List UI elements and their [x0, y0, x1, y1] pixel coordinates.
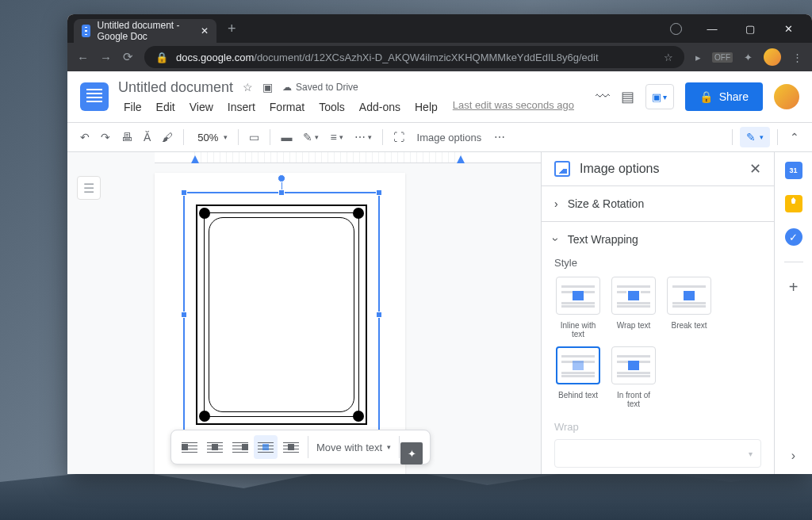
move-icon[interactable]: ▣: [262, 81, 273, 94]
frame-corner-dot: [353, 411, 364, 422]
outline-toggle-button[interactable]: ☰: [77, 176, 101, 200]
image-options-panel: Image options ✕ › Size & Rotation › Text…: [541, 152, 774, 474]
browser-menu-icon[interactable]: ⋮: [792, 52, 802, 63]
floating-wrap-toolbar: Move with text ▾ ⋮: [170, 430, 431, 465]
docs-app: Untitled document ☆ ▣ ☁ Saved to Drive F…: [67, 71, 812, 474]
address-bar-row: ← → ⟳ 🔒 docs.google.com/document/d/12XCs…: [67, 43, 812, 71]
style-inline-with-text[interactable]: [556, 277, 600, 315]
wrap-option-front[interactable]: [279, 435, 303, 459]
keep-icon[interactable]: [785, 195, 802, 212]
menu-tools[interactable]: Tools: [313, 99, 350, 115]
fill-color-button[interactable]: ▬: [276, 126, 297, 148]
frame-corner-dot: [199, 411, 210, 422]
star-bookmark-icon[interactable]: ☆: [664, 52, 673, 63]
menu-edit[interactable]: Edit: [151, 99, 181, 115]
docs-logo-icon[interactable]: [80, 82, 109, 111]
comments-icon[interactable]: ▤: [621, 88, 634, 105]
wrap-option-inline[interactable]: [178, 435, 201, 459]
crop-button[interactable]: ⛶: [389, 126, 409, 148]
browser-profile-avatar[interactable]: [764, 48, 781, 66]
extension-off-icon[interactable]: OFF: [712, 52, 733, 63]
frame-corner-dot: [353, 208, 364, 219]
calendar-icon[interactable]: [785, 162, 802, 179]
horizontal-ruler[interactable]: [155, 152, 541, 163]
resize-handle-ml[interactable]: [181, 312, 187, 318]
star-icon[interactable]: ☆: [243, 81, 253, 94]
print-button[interactable]: 🖶: [117, 126, 137, 148]
rotate-handle[interactable]: [278, 174, 285, 182]
minimize-button[interactable]: —: [695, 17, 730, 40]
close-tab-icon[interactable]: ✕: [201, 25, 209, 36]
reload-button[interactable]: ⟳: [123, 50, 133, 64]
image-options-toolbar-button[interactable]: Image options: [411, 132, 488, 143]
forward-button[interactable]: →: [100, 51, 112, 64]
chevron-right-icon: ›: [554, 197, 558, 210]
collapse-toolbar-button[interactable]: ⌃: [785, 126, 804, 148]
section-text-wrapping[interactable]: › Text Wrapping: [542, 222, 774, 257]
line-color-button[interactable]: ✎ ▾: [298, 126, 324, 148]
resize-handle-tl[interactable]: [181, 189, 187, 196]
address-bar[interactable]: 🔒 docs.google.com/document/d/12XCsAzhXi-…: [144, 46, 684, 68]
last-edit-link[interactable]: Last edit was seconds ago: [453, 99, 574, 115]
menu-help[interactable]: Help: [409, 99, 443, 115]
back-button[interactable]: ←: [77, 51, 89, 64]
redo-button[interactable]: ↷: [96, 126, 115, 148]
resize-handle-tm[interactable]: [278, 189, 285, 196]
browser-tab[interactable]: Untitled document - Google Doc ✕: [74, 19, 216, 43]
wrap-option-break[interactable]: [228, 435, 252, 459]
account-switcher-icon[interactable]: [670, 23, 682, 35]
chevron-down-icon: ›: [550, 238, 562, 242]
side-rail: + ›: [774, 152, 812, 474]
close-window-button[interactable]: ✕: [771, 17, 806, 40]
pencil-icon: ✎: [746, 131, 756, 143]
zoom-dropdown[interactable]: 50% ▾: [190, 127, 232, 148]
menu-format[interactable]: Format: [264, 99, 310, 115]
tab-strip: Untitled document - Google Doc ✕ + — ▢ ✕: [67, 14, 812, 43]
hide-side-panel-button[interactable]: ›: [791, 449, 795, 463]
spellcheck-button[interactable]: Ă: [139, 126, 155, 148]
selected-image[interactable]: [183, 192, 380, 438]
menu-view[interactable]: View: [184, 99, 219, 115]
extensions-row: ▸ OFF ✦ ⋮: [695, 48, 802, 66]
share-button[interactable]: 🔒 Share: [685, 82, 763, 111]
user-avatar[interactable]: [774, 84, 799, 109]
extensions-menu-icon[interactable]: ✦: [744, 52, 753, 63]
panel-title: Image options: [580, 162, 660, 176]
save-status[interactable]: ☁ Saved to Drive: [282, 82, 358, 93]
menu-insert[interactable]: Insert: [222, 99, 261, 115]
editing-mode-button[interactable]: ✎▾: [740, 127, 770, 147]
explore-button[interactable]: ✦: [400, 442, 423, 465]
section-size-rotation[interactable]: › Size & Rotation: [542, 186, 774, 221]
move-with-text-dropdown[interactable]: Move with text ▾: [308, 436, 400, 458]
close-panel-button[interactable]: ✕: [749, 160, 761, 178]
undo-button[interactable]: ↶: [75, 126, 94, 148]
style-break-text[interactable]: [667, 277, 711, 315]
add-app-button[interactable]: +: [789, 278, 799, 296]
resize-handle-tr[interactable]: [376, 189, 382, 196]
menu-file[interactable]: File: [118, 99, 147, 115]
style-in-front-of-text[interactable]: [611, 346, 656, 384]
new-tab-button[interactable]: +: [216, 21, 247, 37]
line-weight-button[interactable]: ≡ ▾: [325, 126, 347, 148]
line-dash-button[interactable]: ⋯ ▾: [350, 126, 377, 148]
style-wrap-text[interactable]: [611, 277, 656, 315]
more-options-button[interactable]: ⋯: [489, 126, 510, 148]
menu-addons[interactable]: Add-ons: [354, 99, 406, 115]
wrap-option-wrap[interactable]: [203, 435, 227, 459]
extension-icon[interactable]: ▸: [695, 52, 701, 63]
wrap-option-behind[interactable]: [254, 435, 278, 459]
canvas-area[interactable]: ☰: [67, 152, 541, 474]
resize-handle-mr[interactable]: [376, 312, 382, 318]
document-title[interactable]: Untitled document: [118, 79, 233, 96]
docs-body: ☰: [67, 152, 812, 474]
border-color-button[interactable]: ▭: [244, 126, 264, 148]
paint-format-button[interactable]: 🖌: [157, 126, 178, 148]
tasks-icon[interactable]: [785, 228, 802, 246]
wrap-style-grid: Inline with text Wrap text Break text: [554, 277, 761, 408]
activity-icon[interactable]: 〰: [596, 89, 610, 105]
maximize-button[interactable]: ▢: [733, 17, 768, 40]
style-behind-text[interactable]: [556, 346, 600, 384]
frame-inner: [209, 217, 354, 412]
image-icon: [554, 161, 570, 177]
present-button[interactable]: ▣▾: [645, 84, 674, 109]
